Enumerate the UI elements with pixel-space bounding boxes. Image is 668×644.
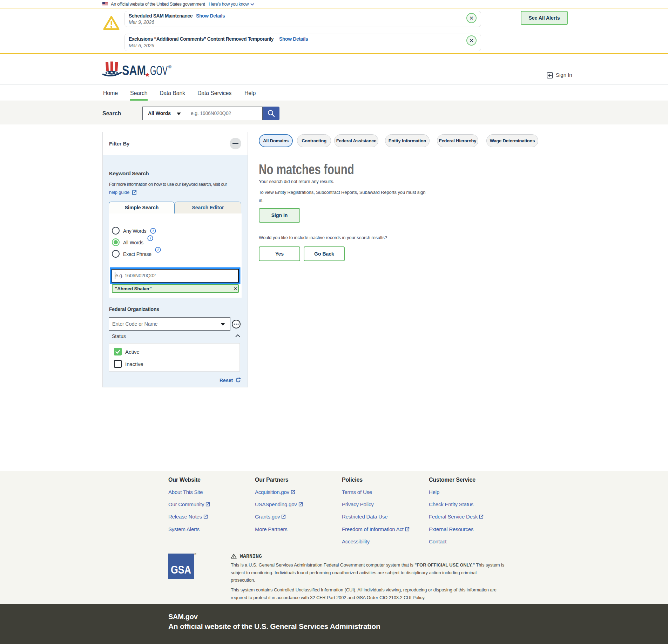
svg-text:i: i bbox=[157, 248, 159, 252]
svg-text:®: ® bbox=[194, 553, 196, 556]
svg-text:GSA: GSA bbox=[171, 564, 191, 576]
svg-text:i: i bbox=[153, 229, 154, 233]
svg-text:GOV: GOV bbox=[150, 63, 168, 78]
svg-text:®: ® bbox=[168, 65, 171, 69]
svg-text:SAM: SAM bbox=[122, 63, 146, 78]
svg-text:i: i bbox=[150, 236, 151, 240]
